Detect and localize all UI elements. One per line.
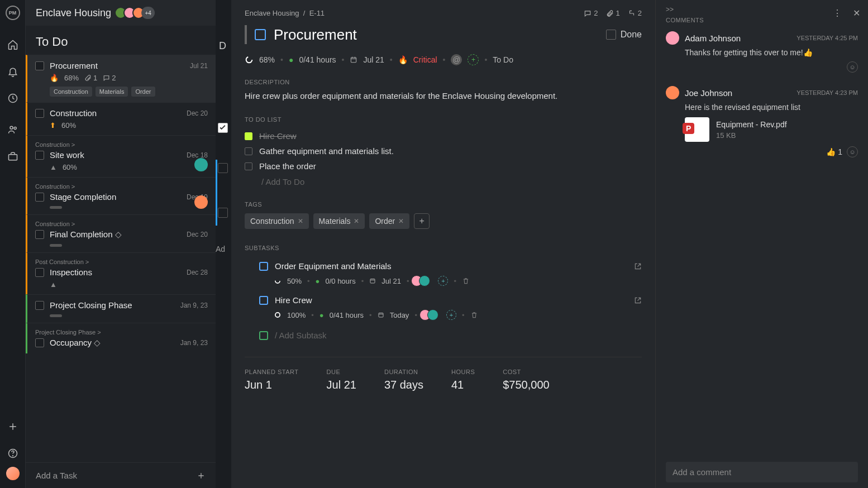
comment: Adam JohnsonYESTERDAY 4:25 PMThanks for … <box>666 31 858 73</box>
pdf-icon: P <box>685 117 709 142</box>
svg-rect-11 <box>379 313 383 318</box>
tag-chip[interactable]: Order✕ <box>369 213 409 229</box>
add-reaction-icon[interactable]: ☺ <box>847 146 858 157</box>
remove-tag-icon[interactable]: ✕ <box>298 217 303 225</box>
project-avatars[interactable]: +4 <box>118 7 155 19</box>
todo-item[interactable]: Gather equipment and materials list. <box>245 143 642 159</box>
tag-chip[interactable]: Construction✕ <box>245 213 309 229</box>
task-metrics: 68%• ●0/41 hours• Jul 21• 🔥Critical• @ +… <box>245 54 642 65</box>
comment-author: Adam Johnson <box>685 34 791 43</box>
task-card[interactable]: ProcurementJul 21🔥68%12ConstructionMater… <box>26 55 216 102</box>
people-icon[interactable] <box>7 124 18 135</box>
clock-icon[interactable] <box>7 93 18 104</box>
svg-rect-9 <box>370 279 375 284</box>
add-assignee-icon[interactable]: + <box>438 276 448 286</box>
help-icon[interactable] <box>7 448 18 459</box>
stat-cost: COST$750,000 <box>503 369 549 391</box>
subtask-item[interactable]: Hire Crew100%•●0/41 hours•Today•+• <box>245 291 642 325</box>
stat-hours: HOURS41 <box>451 369 475 391</box>
add-todo-button[interactable]: / Add To Do <box>261 174 642 190</box>
priority-marker <box>245 25 247 44</box>
svg-point-6 <box>246 57 252 63</box>
stat-duration: DURATION37 days <box>384 369 423 391</box>
open-subtask-icon[interactable] <box>634 296 642 304</box>
subtask-item[interactable]: Order Equipment and Materials50%•●0/0 ho… <box>245 257 642 291</box>
app-logo[interactable]: PM <box>6 6 20 20</box>
task-card[interactable]: Project Closing PhaseJan 9, 23 <box>26 294 216 323</box>
comment-author: Joe Johnson <box>685 88 791 98</box>
todo-item[interactable]: Place the order <box>245 159 642 174</box>
task-checkbox[interactable] <box>35 230 44 239</box>
task-checkbox[interactable] <box>35 151 44 160</box>
todo-checkbox[interactable] <box>245 132 252 140</box>
stat-due: DUEJul 21 <box>327 369 356 391</box>
home-icon[interactable] <box>7 39 18 50</box>
comment-input[interactable]: Add a comment <box>666 462 858 482</box>
subtask-type-icon <box>259 296 268 305</box>
open-subtask-icon[interactable] <box>634 262 642 270</box>
reaction-bar[interactable]: ☺ <box>685 61 858 73</box>
section-title: To Do <box>26 26 216 55</box>
background-column: D Ad <box>216 0 231 488</box>
add-tag-button[interactable]: + <box>414 213 430 229</box>
task-checkbox[interactable] <box>35 301 44 310</box>
todo-item[interactable]: Hire Crew <box>245 128 642 143</box>
tag-chip[interactable]: Materials✕ <box>313 213 365 229</box>
task-checkbox[interactable] <box>35 61 44 70</box>
reaction-bar[interactable]: 👍 1☺ <box>666 146 858 157</box>
task-description[interactable]: Hire crew plus order equipment and mater… <box>245 91 642 101</box>
task-card[interactable]: Construction >Stage CompletionDec 19 <box>26 177 216 214</box>
breadcrumb[interactable]: Enclave Housing / E-11 <box>245 9 325 17</box>
task-card[interactable]: ConstructionDec 20⬆60% <box>26 102 216 135</box>
svg-point-5 <box>12 456 13 456</box>
task-checkbox[interactable] <box>35 268 44 277</box>
close-icon[interactable]: ✕ <box>853 8 860 18</box>
more-menu-icon[interactable]: ⋮ <box>833 8 842 18</box>
comment-avatar <box>666 86 679 99</box>
attachment[interactable]: PEquipment - Rev.pdf15 KB <box>685 117 858 142</box>
svg-point-1 <box>10 126 13 129</box>
remove-tag-icon[interactable]: ✕ <box>398 217 404 225</box>
svg-rect-7 <box>351 58 356 63</box>
task-detail-panel: Enclave Housing / E-11 2 1 2 Procurement… <box>231 0 868 488</box>
task-card[interactable]: Post Construction >InspectionsDec 28▲ <box>26 252 216 294</box>
bell-icon[interactable] <box>7 66 18 77</box>
subtask-count[interactable]: 2 <box>628 9 642 17</box>
remove-tag-icon[interactable]: ✕ <box>354 217 359 225</box>
task-card[interactable]: Construction >Final Completion ◇Dec 20 <box>26 214 216 252</box>
task-checkbox[interactable] <box>35 109 44 118</box>
task-card[interactable]: Construction >Site workDec 18▲60% <box>26 135 216 177</box>
task-title[interactable]: Procurement <box>274 26 598 44</box>
task-checkbox[interactable] <box>35 338 44 347</box>
subtask-type-icon <box>259 262 268 271</box>
done-checkbox[interactable]: Done <box>606 30 642 40</box>
task-type-icon <box>255 29 266 40</box>
delete-subtask-icon[interactable] <box>462 277 470 285</box>
comment-body: Thanks for getting this over to me!👍 <box>685 48 858 57</box>
add-subtask-button[interactable]: / Add Subtask <box>259 325 642 346</box>
comment-count[interactable]: 2 <box>584 9 598 17</box>
project-header: Enclave Housing +4 <box>26 0 216 26</box>
plus-icon[interactable] <box>7 421 18 432</box>
task-card[interactable]: Project Closing Phase >Occupancy ◇Jan 9,… <box>26 323 216 353</box>
left-nav-rail: PM <box>0 0 26 488</box>
todo-checkbox[interactable] <box>245 162 252 170</box>
add-task-button[interactable]: Add a Task <box>26 462 216 488</box>
delete-subtask-icon[interactable] <box>470 311 478 319</box>
stat-planned-start: PLANNED STARTJun 1 <box>245 369 299 391</box>
svg-rect-3 <box>8 155 17 160</box>
briefcase-icon[interactable] <box>7 151 18 162</box>
user-avatar[interactable] <box>6 467 20 480</box>
comment: Joe JohnsonYESTERDAY 4:23 PMHere is the … <box>666 86 858 157</box>
task-checkbox[interactable] <box>35 193 44 202</box>
task-list[interactable]: ProcurementJul 21🔥68%12ConstructionMater… <box>26 55 216 462</box>
project-title: Enclave Housing <box>36 7 111 19</box>
add-assignee-button[interactable]: + <box>468 54 479 65</box>
attachment-count[interactable]: 1 <box>606 9 620 17</box>
comment-time: YESTERDAY 4:25 PM <box>797 35 858 41</box>
svg-point-10 <box>275 313 280 317</box>
add-assignee-icon[interactable]: + <box>446 310 456 320</box>
collapse-panel-icon[interactable]: >> <box>666 6 858 13</box>
todo-checkbox[interactable] <box>245 147 252 155</box>
add-reaction-icon[interactable]: ☺ <box>847 61 858 73</box>
